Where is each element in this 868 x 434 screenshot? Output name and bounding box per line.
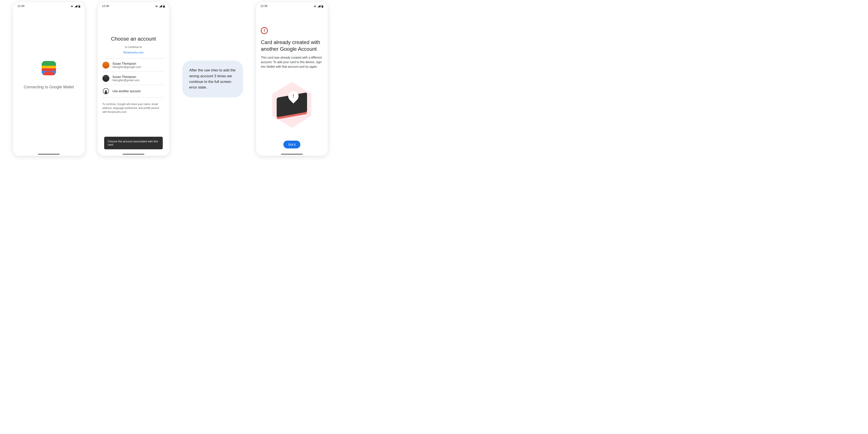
toast-message: Choose the account associated with this … <box>104 137 163 149</box>
cellular-icon <box>159 5 162 7</box>
battery-icon <box>321 5 323 8</box>
choose-account-title: Choose an account <box>102 36 164 42</box>
person-icon <box>103 88 109 94</box>
account-email: hikingfan@gmail.com <box>113 79 139 82</box>
got-it-button[interactable]: Got it <box>283 141 300 148</box>
status-time: 12:30 <box>260 4 268 8</box>
battery-icon <box>163 5 165 8</box>
account-list: Susan Thompson hikingfan@google.com Susa… <box>102 58 164 97</box>
status-bar: 12:30 <box>98 2 169 8</box>
account-name: Susan Thompson <box>113 62 141 65</box>
choose-account-subtitle: to continue to <box>102 45 164 49</box>
account-row[interactable]: Susan Thompson hikingfan@gmail.com <box>102 72 164 85</box>
share-disclaimer: To continue, Google will share your name… <box>102 102 164 114</box>
phone-connecting: 12:30 Connecting to Google Wallet <box>13 2 85 156</box>
wifi-icon <box>313 5 317 7</box>
home-indicator <box>281 154 303 155</box>
destination-domain-link[interactable]: floraresorts.com <box>102 51 164 54</box>
status-icons <box>155 5 165 8</box>
status-icons <box>313 5 323 8</box>
avatar <box>102 62 110 69</box>
account-name: Susan Thompson <box>113 75 139 79</box>
account-row[interactable]: Susan Thompson hikingfan@google.com <box>102 58 164 72</box>
alert-icon: ! <box>261 27 268 34</box>
error-title: Card already created with another Google… <box>261 39 323 52</box>
error-illustration: ! <box>261 69 323 141</box>
phone-choose-account: 12:30 Choose an account to continue to f… <box>98 2 169 156</box>
cellular-icon <box>317 5 320 7</box>
flow-annotation-callout: After the use tries to add the wrong acc… <box>182 61 243 97</box>
status-time: 12:30 <box>102 4 109 8</box>
home-indicator <box>38 154 60 155</box>
use-another-account-row[interactable]: Use another account <box>102 85 164 97</box>
home-indicator <box>123 154 144 155</box>
wifi-icon <box>155 5 158 7</box>
avatar <box>102 75 110 82</box>
google-wallet-icon <box>42 61 56 75</box>
phone-error-state: 12:30 ! Card already created with anothe… <box>256 2 328 156</box>
connecting-text: Connecting to Google Wallet <box>24 85 74 89</box>
error-description: This card was already created with a dif… <box>261 55 323 69</box>
status-bar: 12:30 <box>256 2 328 8</box>
account-email: hikingfan@google.com <box>113 65 141 69</box>
use-another-account-label: Use another account <box>113 89 141 93</box>
